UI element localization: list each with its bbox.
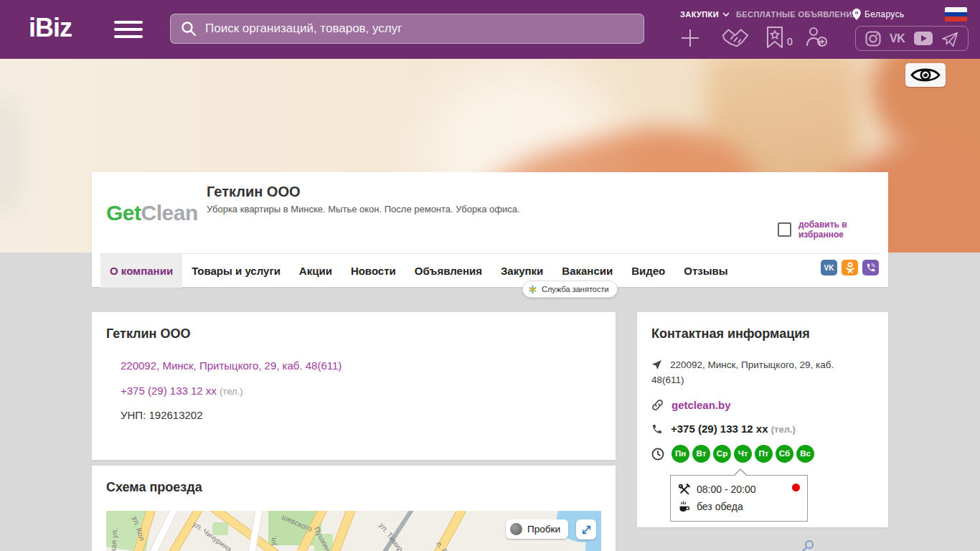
- tab-video[interactable]: Видео: [622, 254, 674, 288]
- vk-badge[interactable]: VK: [821, 260, 837, 276]
- register-user-icon[interactable]: [805, 26, 828, 47]
- map-canvas[interactable]: ская ул. ул. Кол ул. Чичурина шевского у…: [106, 511, 601, 551]
- contact-phone[interactable]: +375 (29) 133 12 xx: [671, 423, 768, 435]
- handshake-partners-icon[interactable]: [720, 27, 750, 50]
- instagram-icon[interactable]: [865, 31, 881, 47]
- tab-ads[interactable]: Объявления: [405, 254, 491, 288]
- website-link[interactable]: getclean.by: [672, 399, 731, 411]
- favorites-bookmark-icon[interactable]: [766, 26, 783, 49]
- contact-address: 220092, Минск, Притыцкого, 29, каб. 48(6…: [651, 359, 834, 385]
- about-address-link[interactable]: 220092, Минск, Притыцкого, 29, каб. 48(6…: [121, 359, 341, 372]
- closed-status-dot: [792, 484, 800, 491]
- company-header-card: GetClean Гетклин ООО Уборка квартиры в М…: [92, 172, 888, 287]
- tab-reviews[interactable]: Отзывы: [674, 254, 737, 288]
- employment-service-tooltip: Служба занятости: [522, 281, 618, 298]
- header-social-links: VK: [855, 26, 969, 51]
- day-tue[interactable]: Вт: [692, 445, 710, 463]
- company-name: Гетклин ООО: [207, 184, 301, 200]
- day-sun[interactable]: Вс: [796, 445, 814, 463]
- company-tabs: О компании Товары и услуги Акции Новости…: [100, 253, 880, 288]
- favorites-count[interactable]: 0: [787, 36, 793, 47]
- navigation-arrow-icon: [651, 359, 662, 370]
- chevron-down-icon: [722, 12, 730, 17]
- about-phone-link[interactable]: +375 (29) 133 12 xx: [121, 385, 217, 397]
- hamburger-menu-icon[interactable]: [114, 21, 143, 42]
- working-days: Пн Вт Ср Чт Пт Сб Вс: [672, 445, 814, 463]
- search-input[interactable]: [204, 21, 644, 37]
- coffee-cup-icon: [678, 501, 690, 513]
- lunch-note: без обеда: [697, 501, 743, 512]
- day-fri[interactable]: Пт: [755, 445, 773, 463]
- share-icon[interactable]: [788, 538, 816, 551]
- company-logo: GetClean: [106, 201, 198, 225]
- favorite-checkbox[interactable]: [778, 222, 791, 237]
- region-selector[interactable]: Беларусь: [852, 9, 905, 20]
- expand-arrows-icon: [580, 524, 593, 536]
- phone-note: (тел.): [220, 386, 242, 397]
- company-social-badges: VK: [821, 260, 879, 276]
- viber-phone-icon: [866, 263, 876, 273]
- favorite-label: добавить в избранное: [798, 220, 888, 240]
- about-title: Гетклин ООО: [106, 326, 190, 342]
- language-flag-ru[interactable]: [945, 7, 967, 22]
- about-company-card: Гетклин ООО 220092, Минск, Притыцкого, 2…: [92, 312, 616, 460]
- nav-zakupki[interactable]: ЗАКУПКИ: [680, 10, 730, 19]
- day-mon[interactable]: Пн: [672, 445, 689, 463]
- traffic-light-icon: [510, 523, 522, 535]
- search-icon: [181, 21, 197, 37]
- working-hours: 08:00 - 20:00: [697, 484, 756, 495]
- odnoklassniki-badge[interactable]: [842, 260, 858, 276]
- working-hours-popup: 08:00 - 20:00 без обеда: [670, 475, 808, 522]
- phone-note: (тел.): [771, 424, 796, 435]
- ibiz-logo[interactable]: iBiz: [29, 13, 72, 43]
- map-fullscreen-button[interactable]: [576, 519, 596, 540]
- contact-website-row: getclean.by: [651, 397, 867, 413]
- tab-promotions[interactable]: Акции: [290, 254, 341, 288]
- add-to-favorites[interactable]: добавить в избранное: [778, 220, 888, 240]
- tab-about[interactable]: О компании: [100, 254, 182, 288]
- ok-icon: [845, 262, 855, 273]
- street-label: ул.: [268, 535, 278, 546]
- lunch-row: без обеда: [678, 498, 800, 515]
- contact-phone-row: +375 (29) 133 12 xx (тел.): [651, 421, 867, 437]
- day-wed[interactable]: Ср: [713, 445, 731, 463]
- accessibility-eye-button[interactable]: [905, 63, 946, 87]
- company-unp: УНП: 192613202: [121, 409, 203, 421]
- viber-badge[interactable]: [862, 260, 879, 276]
- company-description: Уборка квартиры в Минске. Мытье окон. По…: [207, 204, 520, 215]
- location-pin-icon: [852, 9, 861, 20]
- contact-address-row: 220092, Минск, Притыцкого, 29, каб. 48(6…: [651, 357, 867, 387]
- directions-card: Схема проезда ская ул. ул. Кол ул. Чичур…: [92, 466, 616, 551]
- link-icon: [651, 399, 664, 411]
- search-bar: [170, 14, 644, 44]
- day-sat[interactable]: Сб: [776, 445, 793, 463]
- nav-free-ads[interactable]: БЕСПЛАТНЫЕ ОБЪЯВЛЕНИЯ: [736, 10, 858, 19]
- clock-icon: [651, 448, 664, 461]
- app-header: iBiz ЗАКУПКИ БЕСПЛАТНЫЕ ОБЪЯВЛЕНИЯ Белар…: [0, 0, 980, 59]
- tab-products[interactable]: Товары и услуги: [182, 254, 290, 288]
- working-days-row: Пн Вт Ср Чт Пт Сб Вс: [651, 445, 867, 463]
- telegram-icon[interactable]: [941, 30, 958, 47]
- phone-icon: [651, 423, 663, 435]
- employment-service-icon: [528, 285, 537, 294]
- traffic-toggle-button[interactable]: Пробки: [506, 519, 568, 539]
- vk-icon[interactable]: VK: [890, 32, 905, 45]
- eye-icon: [910, 66, 941, 84]
- hours-row: 08:00 - 20:00: [678, 481, 800, 498]
- day-thu[interactable]: Чт: [734, 445, 752, 463]
- contact-info-card: Контактная информация 220092, Минск, При…: [637, 312, 888, 527]
- tools-icon: [678, 484, 690, 496]
- map-title: Схема проезда: [106, 480, 202, 495]
- add-company-plus-icon[interactable]: [679, 28, 702, 48]
- youtube-icon[interactable]: [914, 32, 933, 45]
- street-label: ская ул.: [108, 528, 119, 551]
- contact-title: Контактная информация: [651, 326, 810, 342]
- tab-news[interactable]: Новости: [341, 254, 405, 288]
